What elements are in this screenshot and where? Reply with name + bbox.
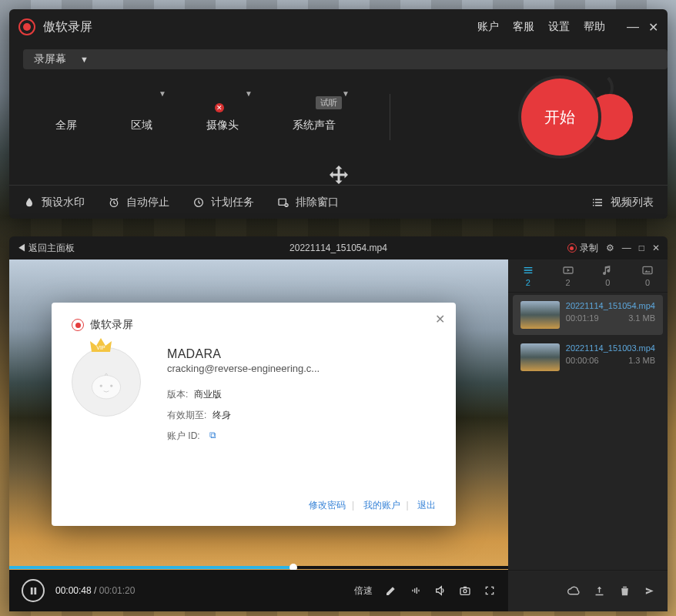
copy-icon[interactable]: ⧉ bbox=[209, 430, 216, 443]
chevron-down-icon: ▼ bbox=[159, 89, 166, 98]
droplet-icon bbox=[23, 196, 35, 209]
nav-settings[interactable]: 设置 bbox=[548, 20, 570, 34]
window-exclude-icon bbox=[277, 196, 289, 209]
start-button[interactable]: 开始 bbox=[521, 79, 637, 156]
vip-crown-icon: VIP bbox=[89, 336, 113, 358]
modal-title: 傲软录屏 bbox=[90, 318, 133, 332]
nav-help[interactable]: 帮助 bbox=[584, 20, 605, 34]
nav-support[interactable]: 客服 bbox=[513, 20, 534, 34]
progress-bar[interactable] bbox=[9, 566, 508, 569]
nav-account[interactable]: 账户 bbox=[477, 20, 499, 34]
list-icon bbox=[522, 264, 534, 276]
chevron-down-icon: ▼ bbox=[245, 89, 253, 98]
minimize-button[interactable]: — bbox=[627, 20, 639, 35]
modal-close-button[interactable]: ✕ bbox=[435, 312, 445, 326]
video-item[interactable]: 20221114_151003.mp4 00:00:061.3 MB bbox=[513, 337, 663, 377]
video-list-button[interactable]: 视频列表 bbox=[591, 196, 654, 209]
fullscreen-icon[interactable] bbox=[484, 584, 496, 597]
modal-links: 修改密码| 我的账户| 退出 bbox=[309, 499, 436, 512]
titlebar: 傲软录屏 账户 客服 设置 帮助 — ✕ bbox=[9, 9, 668, 45]
logout-link[interactable]: 退出 bbox=[417, 500, 436, 511]
video-duration: 00:00:06 bbox=[566, 356, 599, 365]
option-system-sound[interactable]: ▼ 试听 系统声音 bbox=[293, 86, 336, 132]
trash-icon[interactable] bbox=[618, 584, 631, 598]
volume-icon[interactable] bbox=[434, 584, 447, 597]
option-camera[interactable]: ▼ ✕ 摄像头 bbox=[206, 86, 239, 132]
tab-video[interactable]: 2 bbox=[562, 264, 574, 287]
svg-rect-10 bbox=[30, 587, 32, 594]
svg-text:VIP: VIP bbox=[96, 345, 105, 350]
mode-dropdown[interactable]: 录屏幕 ▼ bbox=[23, 49, 668, 69]
video-item[interactable]: 20221114_151054.mp4 00:01:193.1 MB bbox=[513, 295, 663, 335]
music-icon bbox=[601, 264, 614, 276]
upload-icon[interactable] bbox=[593, 584, 606, 598]
expire-value: 终身 bbox=[213, 409, 231, 422]
video-name: 20221114_151003.mp4 bbox=[566, 343, 655, 353]
account-modal: ✕ 傲软录屏 VIP MADARA bbox=[52, 303, 456, 526]
exclude-window-button[interactable]: 排除窗口 bbox=[277, 196, 339, 209]
player-controls: 00:00:48 / 00:01:20 倍速 bbox=[9, 570, 508, 611]
version-label: 版本: bbox=[167, 388, 188, 401]
app-icon bbox=[18, 18, 35, 35]
editor-window: ◀ 返回主面板 20221114_151054.mp4 录制 ⚙ — □ ✕ ✕… bbox=[9, 236, 668, 611]
back-button[interactable]: ◀ 返回主面板 bbox=[17, 242, 75, 255]
time-current: 00:00:48 bbox=[55, 585, 92, 596]
sidebar-controls bbox=[508, 570, 668, 611]
version-value: 商业版 bbox=[194, 388, 222, 401]
time-duration: 00:01:20 bbox=[99, 585, 136, 596]
svg-rect-11 bbox=[34, 587, 36, 594]
mode-label: 录屏幕 bbox=[34, 52, 66, 66]
chevron-down-icon: ▼ bbox=[80, 55, 89, 64]
list-icon bbox=[591, 196, 604, 209]
record-icon bbox=[567, 243, 577, 253]
change-password-link[interactable]: 修改密码 bbox=[309, 500, 346, 511]
svg-rect-15 bbox=[643, 266, 652, 273]
export-icon[interactable] bbox=[644, 584, 657, 598]
close-button[interactable]: ✕ bbox=[648, 20, 658, 35]
edit-icon[interactable] bbox=[385, 584, 397, 597]
expire-label: 有效期至: bbox=[167, 409, 206, 422]
tab-list[interactable]: 2 bbox=[522, 264, 534, 287]
capture-options: 全屏 ▼ 区域 ▼ ✕ 摄像头 ▼ 试听 系统声音 bbox=[9, 69, 668, 140]
player-area: ✕ 傲软录屏 VIP MADARA bbox=[9, 259, 508, 611]
option-region[interactable]: ▼ 区域 bbox=[131, 86, 152, 132]
account-username: MADARA bbox=[167, 347, 436, 361]
alarm-icon bbox=[108, 196, 120, 209]
svg-point-9 bbox=[92, 376, 120, 399]
record-button[interactable]: 录制 bbox=[567, 242, 598, 255]
minimize-button[interactable]: — bbox=[622, 243, 631, 253]
video-sidebar: 2 2 0 0 20221114_151054.mp4 00:01:193.1 … bbox=[508, 259, 668, 611]
move-handle-icon[interactable] bbox=[325, 163, 353, 194]
my-account-link[interactable]: 我的账户 bbox=[363, 500, 400, 511]
video-duration: 00:01:19 bbox=[566, 313, 599, 323]
settings-icon[interactable]: ⚙ bbox=[606, 243, 614, 253]
app-title: 傲软录屏 bbox=[43, 19, 92, 35]
watermark-button[interactable]: 预设水印 bbox=[23, 196, 85, 209]
pause-icon bbox=[29, 587, 38, 595]
schedule-button[interactable]: 计划任务 bbox=[192, 196, 254, 209]
speed-button[interactable]: 倍速 bbox=[354, 584, 373, 598]
cloud-icon[interactable] bbox=[567, 584, 581, 598]
chevron-down-icon: ▼ bbox=[342, 89, 350, 98]
option-fullscreen[interactable]: 全屏 bbox=[55, 86, 77, 132]
auto-stop-button[interactable]: 自动停止 bbox=[108, 196, 169, 209]
maximize-button[interactable]: □ bbox=[639, 243, 644, 253]
try-listen-badge[interactable]: 试听 bbox=[316, 96, 342, 109]
svg-rect-12 bbox=[460, 588, 470, 595]
pause-button[interactable] bbox=[22, 579, 45, 602]
tab-image[interactable]: 0 bbox=[641, 264, 654, 287]
disabled-badge-icon: ✕ bbox=[215, 103, 224, 112]
snapshot-icon[interactable] bbox=[459, 584, 471, 597]
editor-titlebar: ◀ 返回主面板 20221114_151054.mp4 录制 ⚙ — □ ✕ bbox=[9, 236, 668, 259]
tab-audio[interactable]: 0 bbox=[601, 264, 614, 287]
volume-adjust-icon[interactable] bbox=[410, 584, 422, 597]
recorder-window: 傲软录屏 账户 客服 设置 帮助 — ✕ 录屏幕 ▼ 全屏 ▼ 区域 bbox=[9, 9, 668, 219]
close-button[interactable]: ✕ bbox=[652, 243, 660, 253]
account-id-label: 账户 ID: bbox=[167, 430, 200, 443]
video-thumbnail bbox=[520, 343, 560, 371]
video-icon bbox=[562, 264, 574, 276]
current-file-title: 20221114_151054.mp4 bbox=[289, 243, 387, 253]
video-size: 3.1 MB bbox=[628, 313, 655, 323]
video-thumbnail bbox=[520, 301, 560, 329]
clock-icon bbox=[192, 196, 205, 209]
